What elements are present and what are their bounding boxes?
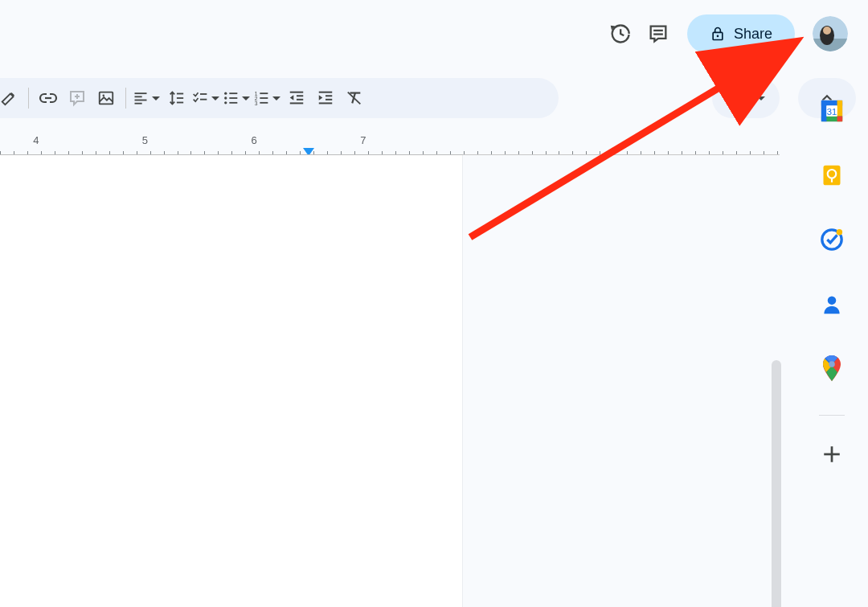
insert-image-button[interactable] <box>92 84 121 113</box>
ruler-number: 4 <box>33 134 39 146</box>
decrease-indent-icon <box>288 89 305 107</box>
contacts-app-button[interactable] <box>819 291 845 317</box>
get-addons-button[interactable] <box>819 441 845 467</box>
svg-marker-40 <box>290 95 294 100</box>
svg-point-62 <box>828 296 837 305</box>
comment-icon <box>647 23 669 45</box>
editing-mode-menu[interactable] <box>712 78 780 118</box>
vertical-scrollbar[interactable] <box>772 360 781 607</box>
svg-point-3 <box>717 35 719 38</box>
maps-app-button[interactable] <box>819 355 845 381</box>
maps-icon <box>821 355 842 381</box>
svg-point-28 <box>224 101 227 104</box>
account-avatar[interactable] <box>813 16 848 51</box>
avatar-icon <box>813 16 848 51</box>
contacts-icon <box>821 293 843 315</box>
ruler-number: 7 <box>360 134 366 146</box>
svg-point-61 <box>837 229 843 236</box>
svg-point-26 <box>224 96 227 99</box>
plus-icon <box>821 444 842 465</box>
share-label: Share <box>734 26 772 43</box>
svg-text:31: 31 <box>827 107 837 117</box>
keep-icon <box>821 164 843 187</box>
bulleted-list-icon <box>223 90 239 106</box>
svg-rect-12 <box>100 92 113 105</box>
document-page[interactable] <box>0 155 462 607</box>
numbered-list-icon: 1 2 3 <box>253 90 269 106</box>
add-comment-button[interactable] <box>63 84 92 113</box>
document-canvas[interactable] <box>0 155 780 607</box>
share-button[interactable]: Share <box>687 14 795 53</box>
lock-icon <box>710 26 726 42</box>
add-comment-icon <box>68 88 87 108</box>
svg-point-63 <box>829 361 835 367</box>
svg-point-24 <box>224 92 227 95</box>
checklist-menu[interactable] <box>190 84 221 113</box>
svg-point-8 <box>823 27 831 35</box>
formatting-toolbar: 1 2 3 <box>0 78 868 118</box>
increase-indent-button[interactable] <box>311 84 340 113</box>
ruler-number: 5 <box>142 134 148 146</box>
numbered-list-menu[interactable]: 1 2 3 <box>252 84 282 113</box>
decrease-indent-button[interactable] <box>282 84 311 113</box>
link-icon <box>39 88 58 108</box>
highlight-color-button[interactable] <box>0 84 23 113</box>
pencil-icon <box>727 90 743 106</box>
calendar-app-button[interactable]: 31 <box>819 98 845 124</box>
tasks-icon <box>820 228 844 252</box>
side-separator <box>819 415 845 416</box>
history-icon <box>608 23 631 45</box>
svg-rect-54 <box>821 100 827 121</box>
highlight-icon <box>0 89 18 107</box>
align-left-icon <box>133 90 149 106</box>
ruler-number: 6 <box>252 134 257 146</box>
app-header: Share <box>0 0 868 64</box>
increase-indent-icon <box>317 89 334 107</box>
insert-link-button[interactable] <box>34 84 63 113</box>
horizontal-ruler[interactable]: 4567 <box>0 131 780 155</box>
checklist-icon <box>192 90 208 106</box>
calendar-icon: 31 <box>820 99 844 123</box>
line-spacing-icon <box>167 89 185 107</box>
keep-app-button[interactable] <box>819 162 845 188</box>
line-spacing-menu[interactable] <box>162 84 190 113</box>
tasks-app-button[interactable] <box>819 227 845 252</box>
clear-formatting-button[interactable] <box>340 84 369 113</box>
side-panel: 31 <box>796 80 868 607</box>
svg-marker-45 <box>319 95 323 100</box>
bulleted-list-menu[interactable] <box>221 84 252 113</box>
clear-formatting-icon <box>346 89 363 107</box>
svg-point-13 <box>103 95 105 97</box>
open-comments-button[interactable] <box>639 14 678 53</box>
version-history-button[interactable] <box>600 14 639 53</box>
image-icon <box>97 89 115 107</box>
text-align-menu[interactable] <box>131 84 162 113</box>
svg-rect-53 <box>837 117 843 122</box>
svg-text:3: 3 <box>255 100 258 106</box>
